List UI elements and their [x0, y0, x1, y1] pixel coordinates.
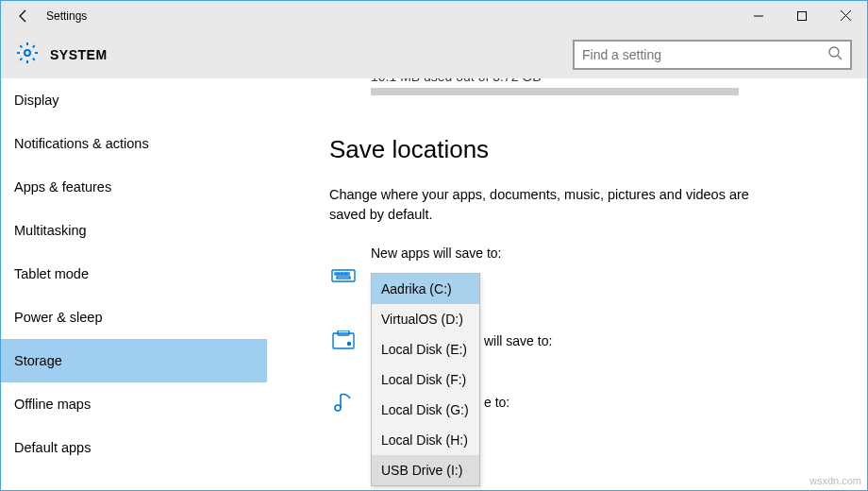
close-button[interactable]: [824, 1, 867, 31]
svg-point-16: [335, 405, 341, 411]
section-title: Save locations: [329, 135, 867, 164]
usage-text: 10.1 MB used out of 3.72 GB: [329, 78, 739, 84]
dropdown-option-label: USB Drive (I:): [381, 463, 462, 478]
sidebar-item-apps-features[interactable]: Apps & features: [1, 165, 267, 209]
minimize-button[interactable]: [737, 1, 780, 31]
sidebar-item-default-apps[interactable]: Default apps: [1, 426, 267, 469]
sidebar-item-offline-maps[interactable]: Offline maps: [1, 382, 267, 426]
dropdown-option[interactable]: Aadrika (C:): [372, 274, 479, 304]
dropdown-option[interactable]: VirtualOS (D:): [372, 304, 479, 334]
window-title: Settings: [46, 9, 737, 23]
window-controls: [737, 1, 867, 31]
sidebar-item-multitasking[interactable]: Multitasking: [1, 209, 267, 252]
section-description: Change where your apps, documents, music…: [329, 185, 773, 225]
search-icon: [827, 45, 843, 64]
music-icon: [329, 391, 358, 414]
svg-rect-8: [335, 273, 338, 275]
search-input[interactable]: [582, 47, 827, 62]
sidebar-item-storage[interactable]: Storage: [1, 339, 267, 382]
usage-bar: [371, 88, 739, 95]
sidebar-item-label: Power & sleep: [14, 310, 103, 325]
dropdown-option-label: Local Disk (H:): [381, 432, 468, 448]
dropdown-option[interactable]: Local Disk (F:): [372, 364, 479, 395]
dropdown-option-label: Local Disk (E:): [381, 342, 467, 357]
svg-point-5: [829, 47, 839, 57]
storage-usage: 10.1 MB used out of 3.72 GB: [329, 78, 739, 95]
sidebar-item-label: Default apps: [14, 440, 91, 455]
dropdown-option[interactable]: Local Disk (H:): [372, 425, 479, 455]
save-label: will save to:: [484, 333, 552, 348]
sidebar-item-label: Apps & features: [14, 179, 111, 195]
sidebar-item-label: Display: [14, 93, 59, 108]
sidebar-item-label: Tablet mode: [14, 266, 89, 281]
svg-rect-1: [798, 11, 807, 20]
watermark: wsxdn.com: [810, 475, 861, 486]
svg-rect-7: [332, 270, 355, 281]
svg-point-4: [25, 50, 30, 56]
svg-rect-11: [346, 273, 349, 275]
main-pane: 10.1 MB used out of 3.72 GB Save locatio…: [267, 78, 867, 491]
sidebar-item-display[interactable]: Display: [1, 78, 267, 122]
sidebar-item-label: Storage: [14, 353, 62, 368]
content: Display Notifications & actions Apps & f…: [1, 78, 867, 491]
apps-icon: [329, 266, 358, 285]
sidebar-item-label: Notifications & actions: [14, 136, 149, 151]
dropdown-option[interactable]: Local Disk (E:): [372, 334, 479, 364]
svg-rect-9: [339, 273, 342, 275]
dropdown-option-label: Local Disk (G:): [381, 402, 469, 417]
save-label: e to:: [484, 395, 509, 410]
sidebar-item-notifications[interactable]: Notifications & actions: [1, 122, 267, 165]
titlebar: Settings: [1, 1, 867, 31]
sidebar-item-label: Offline maps: [14, 397, 91, 412]
header: SYSTEM: [1, 31, 867, 78]
search-box[interactable]: [573, 40, 852, 70]
svg-rect-12: [337, 277, 350, 279]
back-button[interactable]: [1, 1, 46, 31]
dropdown-option[interactable]: Local Disk (G:): [372, 395, 479, 425]
dropdown-option[interactable]: USB Drive (I:): [372, 455, 479, 485]
sidebar-item-tablet-mode[interactable]: Tablet mode: [1, 252, 267, 296]
sidebar-item-label: Multitasking: [14, 223, 87, 238]
sidebar: Display Notifications & actions Apps & f…: [1, 78, 267, 491]
svg-line-6: [838, 56, 842, 59]
page-title: SYSTEM: [50, 47, 108, 62]
documents-icon: [329, 330, 358, 351]
drive-dropdown[interactable]: Aadrika (C:) VirtualOS (D:) Local Disk (…: [371, 273, 480, 486]
sidebar-item-power-sleep[interactable]: Power & sleep: [1, 296, 267, 339]
gear-icon: [16, 42, 39, 68]
save-label: New apps will save to:: [329, 246, 867, 261]
svg-rect-10: [342, 273, 345, 275]
dropdown-option-label: Aadrika (C:): [381, 281, 452, 296]
svg-point-15: [348, 343, 351, 346]
maximize-button[interactable]: [780, 1, 824, 31]
dropdown-option-label: Local Disk (F:): [381, 372, 466, 387]
dropdown-option-label: VirtualOS (D:): [381, 312, 463, 327]
